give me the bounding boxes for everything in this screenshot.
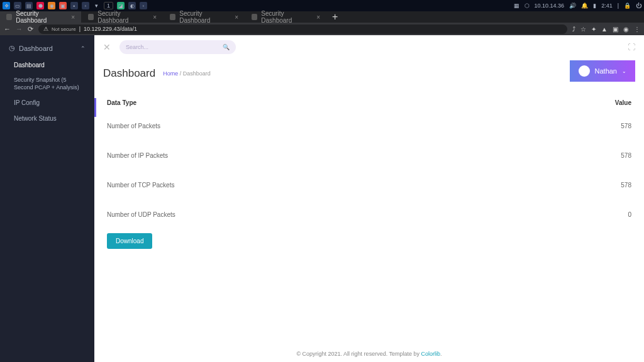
term2-icon[interactable]: ▫ <box>82 2 89 9</box>
url-text: 10.129.229.43/data/1 <box>84 26 137 32</box>
divider: | <box>618 3 619 9</box>
sidebar-item-netstat[interactable]: Network Status <box>0 111 94 126</box>
browser-tab[interactable]: Security Dashboard × <box>245 11 327 23</box>
browser-tab[interactable]: Security Dashboard × <box>82 11 164 23</box>
app-icon[interactable]: ⬣ <box>36 2 44 9</box>
page-title: Dashboard <box>103 67 155 80</box>
tab-close-icon[interactable]: × <box>71 14 75 21</box>
new-tab-button[interactable]: + <box>327 11 343 23</box>
app3-icon[interactable]: ◪ <box>117 2 125 9</box>
os-menu-icon[interactable]: ❖ <box>3 2 10 9</box>
cell-value: 578 <box>594 152 631 159</box>
desktop-icon[interactable]: ▭ <box>14 2 21 9</box>
cell-value: 578 <box>594 182 631 189</box>
data-table: Data Type Value Number of Packets 578 Nu… <box>107 94 631 229</box>
search-icon: 🔍 <box>223 44 230 50</box>
browser-tab[interactable]: Security Dashboard × <box>164 11 245 23</box>
extensions-icon[interactable]: ✦ <box>591 26 596 33</box>
cell-value: 578 <box>594 123 631 129</box>
browser-tab[interactable]: Security Dashboard × <box>0 11 82 23</box>
tab-favicon-icon <box>252 14 257 20</box>
col-header-value: Value <box>594 99 631 106</box>
tab-favicon-icon <box>6 14 12 20</box>
lock-icon[interactable]: 🔒 <box>624 3 631 9</box>
cell-value: 0 <box>594 211 631 218</box>
ext3-icon[interactable]: ▣ <box>613 26 618 33</box>
workspace-num: 1 <box>104 2 113 9</box>
close-icon[interactable]: ✕ <box>103 42 111 52</box>
star-icon[interactable]: ☆ <box>580 26 586 33</box>
browser-tab-bar: Security Dashboard × Security Dashboard … <box>0 11 644 23</box>
breadcrumb-current: Dashboard <box>183 70 211 77</box>
fullscreen-icon[interactable]: ⛶ <box>628 43 635 52</box>
sidebar-item-snapshot[interactable]: Security Snapshot (5 Second PCAP + Analy… <box>0 73 94 95</box>
reload-button[interactable]: ⟳ <box>28 25 33 33</box>
footer-link[interactable]: Colorlib <box>421 351 441 357</box>
workspace-dropdown[interactable]: ▾ <box>93 3 100 9</box>
chevron-down-icon: ⌄ <box>622 69 626 74</box>
tab-title: Security Dashboard <box>179 10 231 24</box>
power-icon[interactable]: ⏻ <box>636 3 641 9</box>
url-input[interactable]: ⚠ Not secure | 10.129.229.43/data/1 <box>38 25 567 34</box>
network-icon[interactable]: ▦ <box>514 3 519 9</box>
app4-icon[interactable]: ◐ <box>128 2 136 9</box>
footer: © Copyright 2021. All right reserved. Te… <box>94 346 644 362</box>
burp-icon[interactable]: ▣ <box>59 2 67 9</box>
cell-type: Number of IP Packets <box>107 152 594 159</box>
vpn-icon[interactable]: ⬡ <box>525 3 530 9</box>
download-button[interactable]: Download <box>107 233 152 249</box>
cell-type: Number of TCP Packets <box>107 182 594 189</box>
bell-icon[interactable]: 🔔 <box>581 3 588 9</box>
profile-icon[interactable]: ◉ <box>623 26 629 33</box>
search-input[interactable]: Search... 🔍 <box>119 40 236 54</box>
ext2-icon[interactable]: ▲ <box>601 26 608 33</box>
term3-icon[interactable]: ▫ <box>140 2 147 9</box>
tab-close-icon[interactable]: × <box>235 14 238 21</box>
accent-bar <box>94 98 96 117</box>
breadcrumb-sep: / <box>180 70 182 77</box>
user-name: Nathan <box>595 67 617 75</box>
url-divider: | <box>79 26 80 32</box>
warning-icon: ⚠ <box>43 26 48 32</box>
terminal-icon[interactable]: ▪ <box>70 2 78 9</box>
table-row: Number of UDP Packets 0 <box>107 200 631 229</box>
cell-type: Number of Packets <box>107 123 594 129</box>
tab-title: Security Dashboard <box>261 10 313 24</box>
tab-title: Security Dashboard <box>16 10 67 24</box>
tab-favicon-icon <box>88 14 94 20</box>
share-icon[interactable]: ⤴ <box>572 26 575 33</box>
battery-icon[interactable]: ▮ <box>593 3 596 9</box>
forward-button[interactable]: → <box>16 25 23 33</box>
files-icon[interactable]: ▤ <box>25 2 33 9</box>
user-menu[interactable]: Nathan ⌄ <box>570 60 635 82</box>
os-taskbar: ❖ ▭ ▤ ⬣ ◉ ▣ ▪ ▫ ▾ 1 ◪ ◐ ▫ ▦ ⬡ 10.10.14.3… <box>0 0 644 11</box>
sidebar-header[interactable]: ◷ Dashboard ⌃ <box>0 44 94 57</box>
chevron-up-icon: ⌃ <box>80 45 86 52</box>
table-row: Number of Packets 578 <box>107 111 631 141</box>
security-label: Not secure <box>52 26 76 32</box>
gauge-icon: ◷ <box>9 44 15 52</box>
breadcrumb-home[interactable]: Home <box>163 70 178 77</box>
col-header-type: Data Type <box>107 99 594 106</box>
table-row: Number of TCP Packets 578 <box>107 170 631 200</box>
firefox-icon[interactable]: ◉ <box>48 2 55 9</box>
sidebar-header-label: Dashboard <box>19 45 53 52</box>
back-button[interactable]: ← <box>4 25 11 33</box>
tab-title: Security Dashboard <box>97 10 149 24</box>
sidebar-item-ipconfig[interactable]: IP Config <box>0 95 94 111</box>
volume-icon[interactable]: 🔊 <box>569 3 576 9</box>
tab-favicon-icon <box>170 14 175 20</box>
footer-text: © Copyright 2021. All right reserved. Te… <box>296 351 421 357</box>
search-placeholder: Search... <box>126 44 148 50</box>
sidebar: ◷ Dashboard ⌃ Dashboard Security Snapsho… <box>0 35 94 362</box>
tab-close-icon[interactable]: × <box>316 14 320 21</box>
sidebar-item-dashboard[interactable]: Dashboard <box>0 57 94 73</box>
cell-type: Number of UDP Packets <box>107 211 594 218</box>
menu-icon[interactable]: ⋮ <box>634 26 640 33</box>
table-row: Number of IP Packets 578 <box>107 141 631 170</box>
browser-toolbar: ← → ⟳ ⚠ Not secure | 10.129.229.43/data/… <box>0 23 644 35</box>
tab-close-icon[interactable]: × <box>153 14 157 21</box>
clock: 2:41 <box>601 3 613 9</box>
breadcrumb: Home / Dashboard <box>163 70 211 77</box>
main-content: ✕ Search... 🔍 ⛶ Dashboard Home / Dashboa… <box>94 35 644 362</box>
